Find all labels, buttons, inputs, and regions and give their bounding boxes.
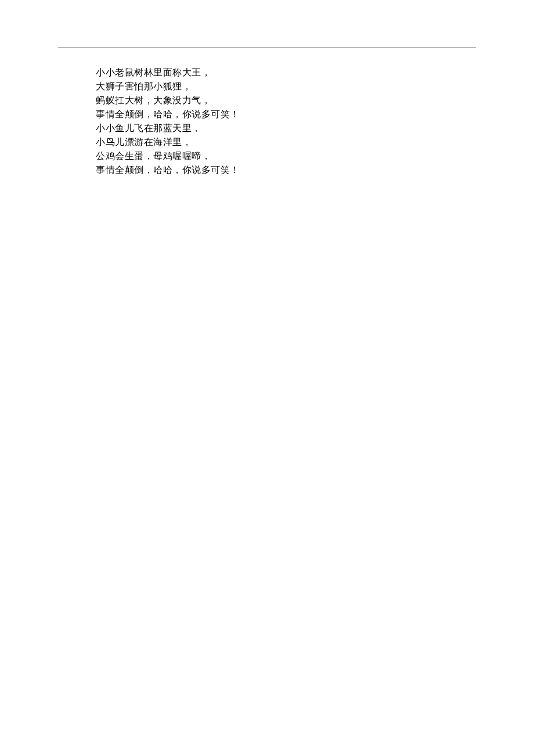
horizontal-divider — [58, 48, 476, 48]
poem-line: 小小老鼠树林里面称大王， — [96, 66, 476, 80]
poem-line: 小小鱼儿飞在那蓝天里， — [96, 121, 476, 135]
poem-line: 蚂蚁扛大树，大象没力气， — [96, 93, 476, 107]
poem-line: 公鸡会生蛋，母鸡喔喔啼， — [96, 149, 476, 163]
poem-line: 事情全颠倒，哈哈，你说多可笑！ — [96, 107, 476, 121]
poem-line: 大狮子害怕那小狐狸， — [96, 80, 476, 93]
poem-line: 小鸟儿漂游在海洋里， — [96, 135, 476, 149]
poem-content: 小小老鼠树林里面称大王， 大狮子害怕那小狐狸， 蚂蚁扛大树，大象没力气， 事情全… — [58, 66, 476, 177]
poem-line: 事情全颠倒，哈哈，你说多可笑！ — [96, 163, 476, 177]
document-page: 小小老鼠树林里面称大王， 大狮子害怕那小狐狸， 蚂蚁扛大树，大象没力气， 事情全… — [0, 0, 534, 756]
